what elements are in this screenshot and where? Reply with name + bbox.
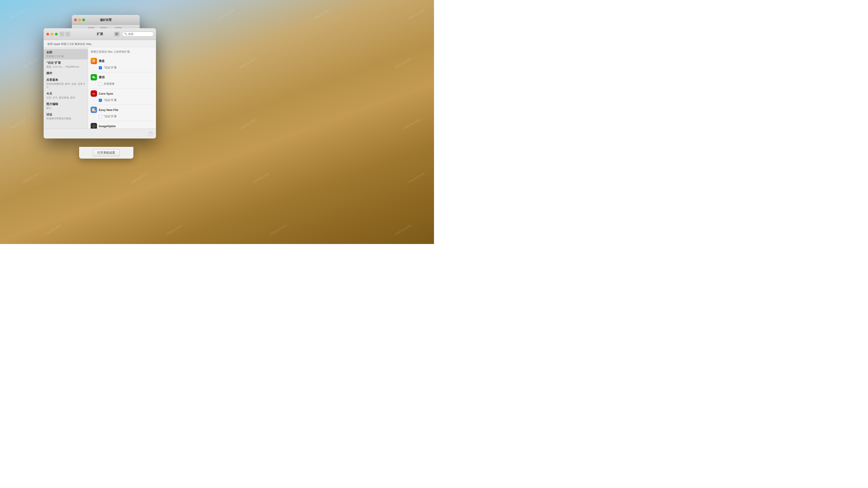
sidebar-item-photo[interactable]: 照片编辑 标记	[43, 101, 88, 111]
help-button[interactable]: ?	[148, 131, 153, 136]
ext-name-coresync-finder: "访达"扩展	[104, 98, 117, 102]
search-icon: 🔍	[124, 33, 127, 35]
extensions-window: ‹ › 扩展 🔍 使用 Apple 和第三方扩展来自定 Mac。	[43, 28, 156, 138]
checkbox-weixin-share[interactable]	[99, 83, 102, 86]
easynewfile-name: Easy New File	[99, 108, 119, 111]
checkbox-easynewfile-finder[interactable]	[99, 115, 102, 118]
close-button[interactable]	[74, 19, 77, 21]
svg-point-18	[94, 77, 94, 77]
sidebar-item-all-sub: 所有第三方扩展	[46, 55, 85, 58]
sidebar-item-all-name: 全部	[46, 51, 85, 55]
ext-app-group-weixin: 微信 共享菜单	[91, 72, 153, 89]
ext-main: 查看已安装在 Mac 上的所有扩展。 微 微盘 "访达"扩展	[88, 47, 156, 129]
svg-point-21	[94, 77, 95, 78]
ext-sidebar: 全部 所有第三方扩展 "访达"扩展 微盘, Core Sy…, iRightMo…	[43, 47, 88, 129]
watermark: macmj.com	[9, 8, 26, 20]
pref-titlebar: 偏好设置	[72, 15, 140, 25]
ext-app-group-easynewfile: Easy New File "访达"扩展	[91, 105, 153, 121]
ext-name-easynewfile-finder: "访达"扩展	[104, 115, 117, 119]
weipan-name: 微盘	[99, 59, 105, 63]
nav-back-button[interactable]: ‹	[59, 32, 64, 37]
grid-view-button[interactable]	[114, 32, 120, 37]
easynewfile-icon	[91, 107, 97, 113]
pref-traffic-lights	[74, 19, 85, 21]
watermark: macmj.com	[43, 223, 62, 236]
ext-close-button[interactable]	[46, 33, 49, 35]
maximize-button[interactable]	[82, 19, 85, 21]
svg-point-19	[94, 77, 95, 78]
ext-titlebar: ‹ › 扩展 🔍	[43, 28, 156, 40]
ext-app-group-imageoptim: ImageOptim 操作	[91, 121, 153, 129]
watermark: macmj.com	[239, 57, 257, 69]
coresync-icon: Cc	[91, 90, 97, 97]
ext-footer: ?	[43, 129, 156, 138]
coresync-name: Core Sync	[99, 92, 113, 95]
ext-content: 全部 所有第三方扩展 "访达"扩展 微盘, Core Sy…, iRightMo…	[43, 47, 156, 129]
sidebar-item-today-sub: 日历, 天气, 爱好事项, 股市	[46, 96, 85, 99]
checkbox-weipan-finder[interactable]	[99, 66, 102, 69]
watermark: macmj.com	[407, 171, 425, 184]
sidebar-item-today[interactable]: 今天 日历, 天气, 爱好事项, 股市	[43, 90, 88, 101]
svg-rect-15	[117, 35, 118, 35]
watermark: macmj.com	[394, 57, 412, 69]
ext-search-box[interactable]: 🔍	[122, 32, 154, 37]
svg-point-20	[94, 77, 94, 78]
watermark: macmj.com	[239, 118, 257, 130]
watermark: macmj.com	[313, 8, 331, 21]
ext-item-easynewfile-finder: "访达"扩展	[91, 114, 153, 119]
ext-name-weipan-finder: "访达"扩展	[104, 66, 117, 70]
open-system-settings-button[interactable]: 打开系统设置	[93, 149, 120, 156]
sidebar-item-photo-name: 照片编辑	[46, 102, 85, 106]
imageoptim-name: ImageOptim	[99, 125, 116, 128]
sidebar-item-all[interactable]: 全部 所有第三方扩展	[43, 49, 88, 59]
watermark: macmj.com	[217, 8, 235, 21]
sidebar-item-today-name: 今天	[46, 92, 85, 96]
ext-app-header-weixin: 微信	[91, 74, 153, 80]
ext-item-coresync-finder: "访达"扩展	[91, 98, 153, 103]
ext-app-header-imageoptim: ImageOptim	[91, 123, 153, 129]
watermark: macmj.com	[394, 223, 412, 236]
sidebar-item-finder2-sub: 快速操作和预览功能板	[46, 117, 85, 120]
sidebar-item-share-sub: 添加到收藏列表, 邮件, 信息, 还有 6 个…	[46, 82, 85, 89]
svg-rect-10	[117, 33, 118, 34]
watermark: macmj.com	[407, 8, 425, 21]
svg-rect-11	[118, 33, 118, 34]
sidebar-item-finder-name: "访达"扩展	[46, 61, 85, 65]
checkbox-coresync-finder[interactable]	[99, 99, 102, 102]
ext-traffic-lights	[46, 33, 58, 35]
sidebar-item-photo-sub: 标记	[46, 106, 85, 110]
watermark: macmj.com	[403, 118, 421, 130]
pref-title: 偏好设置	[100, 18, 112, 22]
nav-forward-button[interactable]: ›	[65, 32, 70, 37]
watermark: macmj.com	[9, 118, 27, 130]
svg-rect-14	[116, 35, 116, 35]
sidebar-item-finder-sub: 微盘, Core Sy…, iRightMouse	[46, 65, 85, 68]
watermark: macmj.com	[252, 171, 270, 184]
ext-minimize-button[interactable]	[51, 33, 53, 35]
sidebar-item-share[interactable]: 共享菜单 添加到收藏列表, 邮件, 信息, 还有 6 个…	[43, 76, 88, 90]
minimize-button[interactable]	[78, 19, 81, 21]
sidebar-item-share-name: 共享菜单	[46, 78, 85, 82]
ext-description: 使用 Apple 和第三方扩展来自定 Mac。	[43, 40, 156, 47]
open-settings-area: 打开系统设置	[79, 147, 133, 159]
ext-title: 扩展	[97, 32, 103, 36]
svg-point-33	[93, 125, 94, 127]
imageoptim-icon	[91, 123, 97, 129]
sidebar-item-finder2-name: 访达	[46, 112, 85, 117]
ext-nav-buttons: ‹ ›	[59, 32, 70, 37]
sidebar-item-action[interactable]: 操作	[43, 70, 88, 76]
search-input[interactable]	[128, 33, 156, 36]
ext-maximize-button[interactable]	[55, 33, 58, 35]
svg-rect-12	[116, 34, 116, 35]
svg-text:Cc: Cc	[92, 93, 95, 95]
sidebar-item-finder-ext[interactable]: "访达"扩展 微盘, Core Sy…, iRightMouse	[43, 59, 88, 70]
ext-app-group-coresync: Cc Core Sync "访达"扩展	[91, 89, 153, 105]
ext-app-group-weipan: 微 微盘 "访达"扩展	[91, 56, 153, 72]
weipan-icon: 微	[91, 58, 97, 64]
sidebar-item-finder[interactable]: 访达 快速操作和预览功能板	[43, 111, 88, 122]
ext-main-header: 查看已安装在 Mac 上的所有扩展。	[91, 50, 153, 54]
svg-rect-13	[117, 34, 118, 35]
ext-name-weixin-share: 共享菜单	[104, 82, 115, 86]
watermark: macmj.com	[165, 223, 183, 236]
weixin-name: 微信	[99, 75, 105, 79]
